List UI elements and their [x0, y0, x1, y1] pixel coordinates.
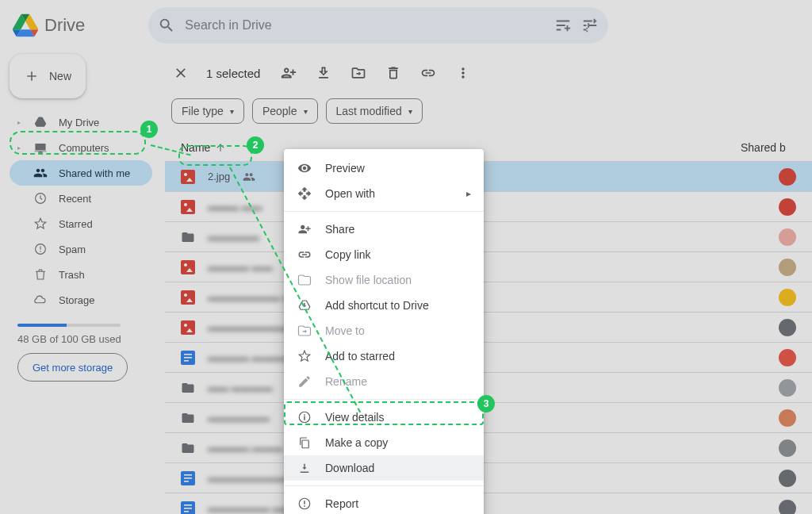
context-menu-label: Rename — [325, 375, 367, 388]
doc-file-icon — [181, 501, 195, 515]
context-menu-separator — [284, 485, 484, 486]
context-menu-label: Copy link — [325, 248, 371, 261]
file-row[interactable]: ▬▬▬▬ ▬▬▬ — [165, 433, 812, 463]
sidebar-item-label: Storage — [59, 294, 95, 306]
context-menu-item-view[interactable]: View details — [284, 405, 484, 430]
move-button[interactable] — [349, 63, 368, 82]
file-row[interactable]: ▬▬▬▬▬▬▬▬ ▬▬▬▬▬ — [165, 463, 812, 493]
image-file-icon — [181, 290, 195, 305]
context-menu-item-copy[interactable]: Copy link — [284, 242, 484, 267]
avatar — [779, 379, 796, 397]
file-row[interactable]: ▬▬ ▬▬▬▬ — [165, 373, 812, 403]
search-input[interactable] — [185, 18, 545, 33]
context-menu-separator — [284, 399, 484, 400]
get-more-storage-button[interactable]: Get more storage — [17, 353, 128, 382]
storage-icon — [33, 293, 48, 307]
sort-arrow-icon — [215, 142, 226, 153]
sidebar-item-label: Recent — [59, 193, 91, 205]
context-menu-label: Make a copy — [325, 436, 388, 449]
image-file-icon — [181, 170, 195, 184]
context-menu-separator — [284, 211, 484, 212]
avatar — [779, 409, 796, 427]
sidebar-item-label: Starred — [59, 218, 93, 230]
avatar — [779, 228, 796, 246]
sidebar-item-my-drive[interactable]: ▸My Drive — [10, 109, 152, 135]
context-menu-item-add[interactable]: Add shortcut to Drive — [284, 293, 484, 318]
filter-chip-file-type[interactable]: File type▾ — [171, 98, 244, 124]
search-box[interactable] — [148, 7, 608, 44]
file-name: ▬▬ ▬▬▬▬ — [208, 382, 273, 393]
context-menu-item-report[interactable]: Report — [284, 491, 484, 514]
file-row[interactable]: ▬▬▬▬▬▬ — [165, 403, 812, 433]
link-button[interactable] — [419, 63, 438, 82]
context-menu-label: Show file location — [325, 274, 412, 286]
chevron-down-icon: ▾ — [230, 107, 234, 116]
context-menu-item-share[interactable]: Share — [284, 217, 484, 242]
share-icon — [297, 222, 312, 236]
openwith-icon — [297, 186, 312, 201]
file-row[interactable]: ▬▬▬▬▬▬ ▬▬▬ ▬▬▬▬ — [165, 493, 812, 514]
download-button[interactable] — [314, 63, 333, 82]
context-menu: PreviewOpen with▸ShareCopy linkShow file… — [284, 149, 484, 514]
sidebar-item-computers[interactable]: ▸Computers — [10, 135, 152, 160]
more-button[interactable] — [454, 63, 473, 82]
shortcut-icon — [297, 298, 312, 313]
context-menu-item-show: Show file location — [284, 267, 484, 293]
file-name: ▬▬▬▬ ▬▬▬ — [208, 442, 283, 454]
context-menu-item-open[interactable]: Open with▸ — [284, 181, 484, 206]
file-list: 2.jpg▬▬▬ ▬▬▬▬▬▬▬▬▬▬▬ ▬▬▬▬▬▬▬▬▬ ▬▬ ▬▬▬▬▬▬… — [165, 162, 812, 514]
column-shared-by[interactable]: Shared b — [741, 141, 796, 154]
chevron-down-icon: ▾ — [304, 107, 308, 116]
filter-chip-last-modified[interactable]: Last modified▾ — [326, 98, 423, 124]
share-button[interactable] — [279, 63, 298, 82]
file-row[interactable]: ▬▬▬▬ ▬▬▬▬▬▬▬ ▬ — [165, 343, 812, 373]
sidebar-item-recent[interactable]: Recent — [10, 186, 152, 211]
file-row[interactable]: ▬▬▬▬▬ — [165, 222, 812, 252]
delete-button[interactable] — [384, 63, 403, 82]
tune-icon[interactable] — [554, 17, 572, 34]
file-row[interactable]: ▬▬▬▬ ▬▬ — [165, 252, 812, 282]
computers-icon — [33, 140, 48, 155]
list-header: Name Shared b — [165, 133, 812, 162]
eye-icon — [297, 161, 312, 175]
context-menu-label: Download — [325, 462, 374, 474]
avatar — [779, 319, 796, 336]
svg-rect-7 — [184, 478, 192, 479]
sidebar-item-shared-with-me[interactable]: Shared with me — [10, 160, 152, 186]
sidebar-item-label: My Drive — [59, 117, 99, 128]
filter-chip-people[interactable]: People▾ — [252, 98, 318, 124]
move-icon — [297, 324, 312, 338]
sidebar-item-label: Spam — [59, 244, 86, 255]
svg-rect-3 — [184, 354, 192, 355]
close-selection-button[interactable] — [171, 63, 190, 82]
context-menu-label: Share — [325, 223, 354, 236]
logo[interactable]: Drive — [13, 13, 85, 38]
image-file-icon — [181, 200, 195, 214]
shared-icon — [243, 171, 255, 183]
new-button-label: New — [49, 70, 71, 82]
context-menu-item-download[interactable]: Download — [284, 455, 484, 481]
file-row[interactable]: 2.jpg — [165, 162, 812, 192]
file-row[interactable]: ▬▬▬▬▬▬▬▬ ▬▬ — [165, 313, 812, 343]
context-menu-item-preview[interactable]: Preview — [284, 155, 484, 181]
context-menu-item-make[interactable]: Make a copy — [284, 430, 484, 455]
report-icon — [297, 497, 312, 511]
chevron-down-icon: ▾ — [408, 107, 412, 116]
context-menu-label: Preview — [325, 162, 365, 175]
new-button[interactable]: New — [10, 54, 86, 98]
sidebar-item-starred[interactable]: Starred — [10, 211, 152, 236]
svg-rect-4 — [184, 357, 192, 359]
app-title: Drive — [44, 15, 85, 36]
sidebar-item-spam[interactable]: Spam — [10, 236, 152, 262]
sidebar-item-trash[interactable]: Trash — [10, 262, 152, 287]
context-menu-item-add[interactable]: Add to starred — [284, 343, 484, 369]
filter-options-icon[interactable] — [581, 17, 599, 34]
filter-chips: File type▾People▾Last modified▾ — [165, 95, 812, 133]
folder-icon — [181, 230, 195, 244]
nav-list: ▸My Drive▸ComputersShared with meRecentS… — [10, 109, 152, 313]
folder-icon — [297, 273, 312, 287]
file-row[interactable]: ▬▬▬ ▬▬ — [165, 192, 812, 222]
sidebar-item-storage[interactable]: Storage — [10, 287, 152, 313]
topbar: Drive — [0, 0, 812, 51]
file-row[interactable]: ▬▬▬▬▬▬▬ ▬▬ ▬▬▬▬ — [165, 282, 812, 313]
